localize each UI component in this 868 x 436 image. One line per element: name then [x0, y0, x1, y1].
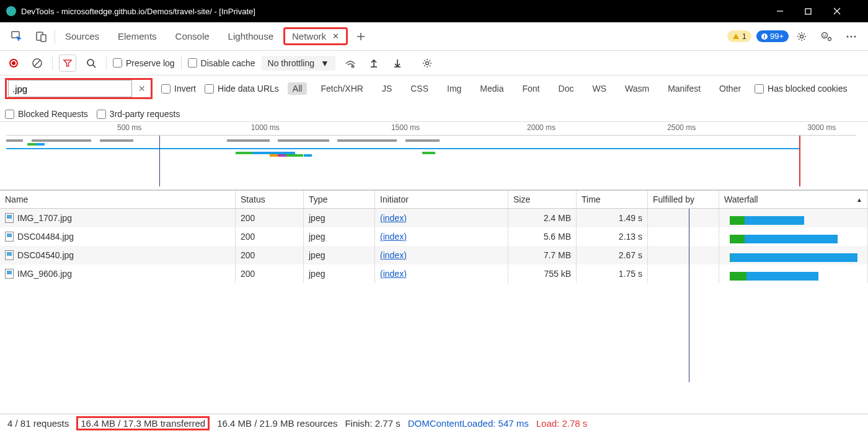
settings-icon[interactable]: [790, 25, 813, 48]
table-row[interactable]: IMG_9606.jpg200jpeg(index)755 kB1.75 s: [0, 264, 868, 283]
separator: [52, 56, 53, 70]
filter-type-font[interactable]: Font: [518, 82, 545, 95]
cell-initiator[interactable]: (index): [380, 213, 407, 223]
filter-type-fetch[interactable]: Fetch/XHR: [316, 82, 368, 95]
throttling-select[interactable]: No throttling ▼: [262, 56, 335, 71]
filter-toggle-button[interactable]: [59, 54, 76, 72]
separator: [181, 56, 182, 70]
filter-type-other[interactable]: Other: [714, 82, 746, 95]
status-load: Load: 2.78 s: [536, 418, 588, 429]
svg-point-13: [828, 37, 831, 40]
minimize-button[interactable]: [776, 7, 805, 15]
close-icon[interactable]: ✕: [332, 32, 339, 41]
filter-type-media[interactable]: Media: [475, 82, 508, 95]
col-name[interactable]: Name: [0, 191, 236, 208]
more-icon[interactable]: [839, 25, 863, 48]
svg-point-10: [822, 32, 828, 38]
tab-lighthouse[interactable]: Lighthouse: [219, 27, 282, 45]
disable-cache-checkbox[interactable]: Disable cache: [188, 58, 255, 68]
col-status[interactable]: Status: [236, 191, 304, 208]
cell-initiator[interactable]: (index): [380, 232, 407, 242]
cell-initiator[interactable]: (index): [380, 269, 407, 279]
cell-status: 200: [236, 209, 304, 227]
timeline-tick: 2500 ms: [667, 123, 696, 132]
filter-type-img[interactable]: Img: [442, 82, 466, 95]
cell-status: 200: [236, 227, 304, 246]
timeline-tick: 3000 ms: [807, 123, 836, 132]
cell-size: 2.4 MB: [508, 209, 577, 227]
table-row[interactable]: DSC04484.jpg200jpeg(index)5.6 MB2.13 s: [0, 227, 868, 246]
export-har-button[interactable]: [389, 54, 406, 72]
timeline-tick: 500 ms: [117, 123, 141, 132]
maximize-button[interactable]: [805, 8, 833, 15]
table-row[interactable]: IMG_1707.jpg200jpeg(index)2.4 MB1.49 s: [0, 209, 868, 227]
filter-type-ws[interactable]: WS: [587, 82, 611, 95]
close-button[interactable]: [833, 7, 862, 15]
status-resources: 16.4 MB / 21.9 MB resources: [217, 418, 337, 429]
clear-filter-icon[interactable]: ✕: [133, 84, 151, 94]
network-overview[interactable]: 500 ms1000 ms1500 ms2000 ms2500 ms3000 m…: [0, 122, 868, 190]
network-toolbar: Preserve log Disable cache No throttling…: [0, 51, 868, 76]
inspect-icon[interactable]: [5, 25, 29, 48]
filter-type-all[interactable]: All: [288, 82, 308, 95]
hide-data-urls-checkbox[interactable]: Hide data URLs: [205, 84, 279, 94]
filter-type-manifest[interactable]: Manifest: [663, 82, 706, 95]
filter-input-highlight: ✕: [5, 78, 153, 99]
cell-waterfall: [719, 264, 868, 283]
tab-network-label: Network: [292, 31, 326, 41]
blocked-requests-checkbox[interactable]: Blocked Requests: [5, 109, 88, 119]
timeline-tick: 2000 ms: [527, 123, 556, 132]
timeline-lanes: [6, 136, 856, 186]
sort-asc-icon: ▲: [856, 196, 862, 203]
tab-elements[interactable]: Elements: [109, 27, 166, 45]
invert-checkbox[interactable]: Invert: [161, 84, 196, 94]
import-har-button[interactable]: [365, 54, 383, 72]
feedback-icon[interactable]: [815, 25, 838, 48]
cell-initiator[interactable]: (index): [380, 250, 407, 260]
filter-type-doc[interactable]: Doc: [554, 82, 579, 95]
filter-type-css[interactable]: CSS: [405, 82, 433, 95]
issues-warning-badge[interactable]: 1: [727, 30, 751, 42]
cell-name: IMG_9606.jpg: [17, 269, 72, 279]
third-party-checkbox[interactable]: 3rd-party requests: [97, 109, 180, 119]
col-waterfall[interactable]: Waterfall ▲: [719, 191, 868, 208]
tab-network[interactable]: Network ✕: [283, 27, 348, 45]
col-initiator[interactable]: Initiator: [375, 191, 508, 208]
table-row[interactable]: DSC04540.jpg200jpeg(index)7.7 MB2.67 s: [0, 246, 868, 264]
cell-status: 200: [236, 246, 304, 264]
cell-size: 5.6 MB: [508, 227, 577, 246]
blocked-cookies-checkbox[interactable]: Has blocked cookies: [755, 84, 847, 94]
timeline-tick: 1000 ms: [251, 123, 280, 132]
cell-size: 7.7 MB: [508, 246, 577, 264]
file-icon: [5, 213, 14, 223]
col-type[interactable]: Type: [304, 191, 375, 208]
cell-fulfilled: [648, 209, 719, 227]
col-fulfilled[interactable]: Fulfilled by: [648, 191, 719, 208]
cell-name: IMG_1707.jpg: [17, 213, 72, 223]
tab-console[interactable]: Console: [167, 27, 218, 45]
svg-point-16: [854, 35, 856, 37]
network-conditions-icon[interactable]: [342, 54, 359, 72]
tab-sources[interactable]: Sources: [56, 27, 108, 45]
add-tab-button[interactable]: [349, 25, 373, 48]
network-settings-icon[interactable]: [418, 54, 436, 72]
status-requests: 4 / 81 requests: [7, 418, 69, 429]
network-status-bar: 4 / 81 requests 16.4 MB / 17.3 MB transf…: [0, 414, 868, 432]
clear-button[interactable]: [29, 54, 46, 72]
cell-fulfilled: [648, 246, 719, 264]
chevron-down-icon: ▼: [321, 58, 329, 68]
search-button[interactable]: [82, 54, 100, 72]
filter-input[interactable]: [8, 80, 132, 97]
filter-type-js[interactable]: JS: [377, 82, 397, 95]
col-size[interactable]: Size: [508, 191, 577, 208]
preserve-log-checkbox[interactable]: Preserve log: [113, 58, 175, 68]
svg-line-20: [93, 65, 95, 68]
col-time[interactable]: Time: [577, 191, 648, 208]
cell-name: DSC04540.jpg: [17, 250, 74, 260]
issues-info-badge[interactable]: i 99+: [756, 30, 789, 42]
record-button[interactable]: [5, 54, 22, 72]
device-toggle-icon[interactable]: [30, 25, 53, 48]
filter-type-wasm[interactable]: Wasm: [620, 82, 654, 95]
cell-waterfall: [719, 246, 868, 264]
svg-point-9: [800, 35, 804, 38]
